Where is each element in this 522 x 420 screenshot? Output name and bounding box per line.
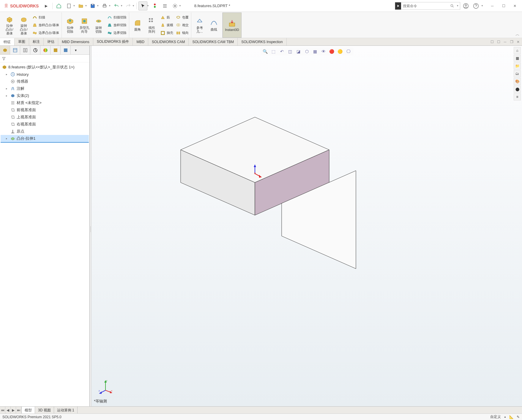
status-lock-icon[interactable]: ✎ xyxy=(517,415,520,419)
boundary-cut-button[interactable]: 边界切除 xyxy=(107,30,127,36)
tree-item-bodies[interactable]: ▸实体(2) xyxy=(1,92,89,99)
revolve-boss-button[interactable]: 旋转 凸台/ 基体 xyxy=(17,13,31,37)
dyn-section-icon[interactable]: ◪ xyxy=(295,48,302,55)
tp-resources-icon[interactable]: ▦ xyxy=(514,55,521,62)
sweep-cut-button[interactable]: 扫描切除 xyxy=(107,14,127,21)
intersect-button[interactable]: 相交 xyxy=(176,22,189,28)
doc-close-icon[interactable]: ✕ xyxy=(515,40,521,44)
command-search[interactable]: ▼ xyxy=(395,2,460,10)
bottom-tab-3dview[interactable]: 3D 视图 xyxy=(35,407,54,413)
select-dropdown-icon[interactable]: ▼ xyxy=(147,4,149,7)
options-dropdown-icon[interactable]: ▼ xyxy=(179,4,181,7)
zoom-fit-icon[interactable]: 🔍 xyxy=(262,48,269,55)
bottom-tab-model[interactable]: 模型 xyxy=(22,407,35,413)
fm-dim-icon[interactable] xyxy=(30,46,40,54)
tp-custom-icon[interactable]: ≡ xyxy=(514,93,521,100)
list-icon[interactable] xyxy=(160,1,169,10)
fm-more-icon[interactable]: ▾ xyxy=(71,46,81,54)
tp-file-explorer-icon[interactable]: 🗂 xyxy=(514,70,521,77)
feature-tree[interactable]: 8.features (默认<<默认>_显示状态 1>) ▸History 传感… xyxy=(0,62,89,406)
tab-mbd[interactable]: MBD xyxy=(133,38,148,45)
section-view-icon[interactable]: ◫ xyxy=(287,48,294,55)
help-icon[interactable] xyxy=(471,1,480,10)
loft-cut-button[interactable]: 放样切除 xyxy=(107,22,127,28)
search-input[interactable] xyxy=(401,2,449,10)
tree-item-history[interactable]: ▸History xyxy=(1,71,89,78)
curves-button[interactable]: 曲线 xyxy=(207,13,221,37)
instant3d-button[interactable]: Instant3D xyxy=(223,12,242,38)
prev-view-icon[interactable]: ↶ xyxy=(278,48,286,55)
tree-filter[interactable] xyxy=(0,55,89,62)
tab-cam-tbm[interactable]: SOLIDWORKS CAM TBM xyxy=(189,38,238,45)
zoom-area-icon[interactable]: ⬚ xyxy=(270,48,277,55)
tp-appearances-icon[interactable]: ⬤ xyxy=(514,86,521,93)
tab-inspection[interactable]: SOLIDWORKS Inspection xyxy=(238,38,286,45)
revolve-cut-button[interactable]: 旋转 切除 xyxy=(92,13,106,37)
doc-restore-icon[interactable]: ❐ xyxy=(509,40,514,44)
save-icon[interactable] xyxy=(88,1,97,10)
expand-menu-icon[interactable]: ▶ xyxy=(42,1,51,10)
tab-nav-prev-icon[interactable]: ◀ xyxy=(5,407,11,414)
doc-prev-icon[interactable]: ☐ xyxy=(489,40,495,44)
undo-dropdown-icon[interactable]: ▼ xyxy=(120,4,123,7)
tp-home-icon[interactable]: ⌂ xyxy=(514,47,521,54)
fm-config-icon[interactable] xyxy=(20,46,30,54)
search-icon[interactable] xyxy=(449,4,455,8)
bottom-tab-motion[interactable]: 运动算例 1 xyxy=(54,407,78,413)
tab-annotate[interactable]: 标注 xyxy=(29,38,44,45)
maximize-button[interactable]: ☐ xyxy=(498,2,509,10)
new-icon[interactable] xyxy=(64,1,73,10)
tab-nav-last-icon[interactable]: ⏭ xyxy=(16,407,21,414)
close-button[interactable]: ✕ xyxy=(510,2,520,10)
ref-geometry-button[interactable]: 参考 几… xyxy=(193,13,207,37)
draft-button[interactable]: 拔模 xyxy=(160,22,173,28)
view-settings-icon[interactable]: 🖵 xyxy=(345,48,352,55)
fillet-button[interactable]: 圆角 xyxy=(130,13,145,37)
graphics-area[interactable]: 🔍 ⬚ ↶ ◫ ◪ ⬡ ▦ 👁 🔴 🟡 🖵 ⌂ ▦ 📁 🗂 🎨 ⬤ ≡ xyxy=(92,46,522,406)
fm-study-icon[interactable] xyxy=(61,46,71,54)
search-dropdown-icon[interactable]: ▼ xyxy=(456,4,459,7)
print-icon[interactable] xyxy=(100,1,109,10)
extrude-cut-button[interactable]: 拉伸 切除 xyxy=(63,13,77,37)
select-icon[interactable] xyxy=(138,1,147,10)
boundary-boss-button[interactable]: 边界凸台/基体 xyxy=(32,30,59,36)
print-dropdown-icon[interactable]: ▼ xyxy=(108,4,111,7)
tab-features[interactable]: 特征 xyxy=(0,38,15,45)
apply-scene-icon[interactable]: 🟡 xyxy=(337,48,344,55)
extrude-boss-button[interactable]: 拉伸 凸台/ 基体 xyxy=(2,13,17,37)
mirror-button[interactable]: 镜向 xyxy=(176,30,189,36)
tree-item-origin[interactable]: 原点 xyxy=(1,128,89,135)
shell-button[interactable]: 抽壳 xyxy=(160,30,173,36)
wrap-button[interactable]: 包覆 xyxy=(176,14,189,21)
tab-evaluate[interactable]: 评估 xyxy=(44,38,58,45)
loft-boss-button[interactable]: 放样凸台/基体 xyxy=(32,22,59,28)
options-gear-icon[interactable] xyxy=(171,1,179,10)
tree-item-annotations[interactable]: ▸注解 xyxy=(1,85,89,92)
hide-show-icon[interactable]: 👁 xyxy=(320,48,327,55)
linear-pattern-button[interactable]: 线性 阵列 xyxy=(145,13,159,37)
open-icon[interactable] xyxy=(76,1,85,10)
new-dropdown-icon[interactable]: ▼ xyxy=(73,4,75,7)
fm-tree-icon[interactable] xyxy=(0,46,10,54)
edit-appear-icon[interactable]: 🔴 xyxy=(328,48,335,55)
tp-view-palette-icon[interactable]: 🎨 xyxy=(514,78,521,85)
sweep-boss-button[interactable]: 扫描 xyxy=(32,14,59,21)
tab-sketch[interactable]: 草图 xyxy=(15,38,29,45)
tree-item-material[interactable]: 材质 <未指定> xyxy=(1,99,89,106)
doc-minimize-icon[interactable]: ─ xyxy=(502,40,508,44)
hole-wizard-button[interactable]: 异型孔 向导 xyxy=(77,13,92,37)
traffic-light-icon[interactable] xyxy=(150,1,159,10)
save-dropdown-icon[interactable]: ▼ xyxy=(97,4,99,7)
doc-next-icon[interactable]: ☐ xyxy=(496,40,501,44)
minimize-button[interactable]: ─ xyxy=(487,2,498,10)
collapse-ribbon-icon[interactable]: ︿ xyxy=(515,32,520,37)
tree-item-sensors[interactable]: 传感器 xyxy=(1,78,89,85)
status-units-icon[interactable]: 📐 xyxy=(509,415,514,419)
redo-icon[interactable] xyxy=(124,1,133,10)
tab-nav-first-icon[interactable]: ⏮ xyxy=(0,407,5,414)
user-icon[interactable] xyxy=(461,1,470,10)
fm-display-icon[interactable] xyxy=(51,46,61,54)
view-triad[interactable]: y x z xyxy=(98,379,113,394)
tree-item-right-plane[interactable]: 右视基准面 xyxy=(1,121,89,128)
open-dropdown-icon[interactable]: ▼ xyxy=(85,4,87,7)
